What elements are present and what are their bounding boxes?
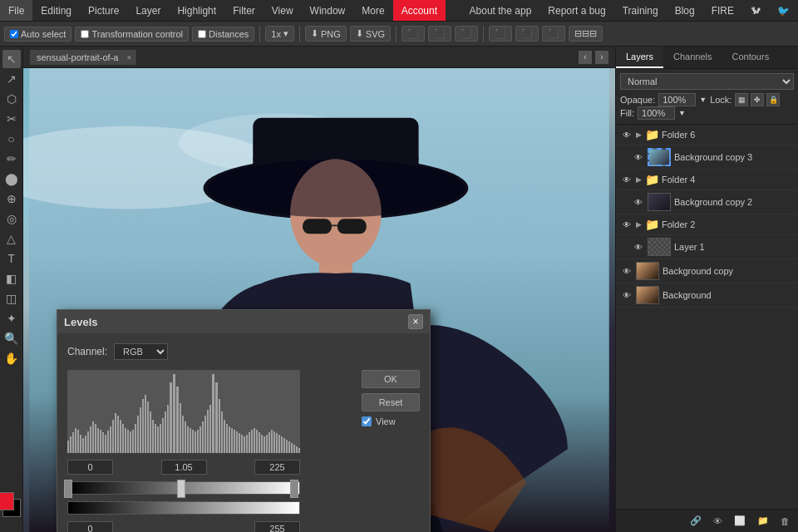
menu-more[interactable]: More	[353, 0, 392, 21]
menu-window[interactable]: Window	[302, 0, 354, 21]
align-btn-6[interactable]: ⬛	[542, 26, 565, 42]
tool-fill[interactable]: ◫	[2, 289, 21, 308]
levels-input-mid[interactable]	[161, 460, 207, 475]
layer-eye-bgcopy[interactable]: 👁	[621, 265, 633, 277]
canvas-tab-close[interactable]: ×	[127, 52, 132, 62]
menu-picture[interactable]: Picture	[80, 0, 127, 21]
tab-contours[interactable]: Contours	[722, 47, 780, 68]
levels-output-max[interactable]	[254, 521, 300, 532]
tool-select2[interactable]: ↗	[2, 70, 21, 88]
align-btn-3[interactable]: ⬛	[455, 26, 478, 42]
distances-checkbox[interactable]	[198, 30, 206, 38]
menu-twitter[interactable]: 🐦	[769, 5, 798, 17]
blend-mode-select[interactable]: Normal Multiply Screen Overlay	[620, 73, 794, 90]
menu-blog[interactable]: Blog	[667, 5, 703, 17]
align-btn-2[interactable]: ⬛	[428, 26, 451, 42]
align-btn-5[interactable]: ⬛	[515, 26, 539, 42]
menu-social[interactable]: 🐿	[742, 5, 769, 17]
layer-eye-folder2[interactable]: 👁	[621, 219, 633, 230]
menu-account[interactable]: Account	[393, 0, 446, 21]
levels-channel-select[interactable]: RGB Red Green Blue	[114, 343, 168, 360]
distances-toggle[interactable]: Distances	[192, 27, 254, 42]
canvas-nav-left[interactable]: ‹	[579, 51, 592, 64]
autoselect-toggle[interactable]: Auto select	[4, 27, 71, 42]
layer-folder-2[interactable]: 👁 ▶ 📁 Folder 2	[616, 214, 798, 235]
fill-arrow[interactable]: ▼	[678, 109, 686, 117]
fg-color-swatch[interactable]	[0, 492, 14, 510]
levels-gradient-slider[interactable]	[67, 481, 300, 495]
levels-reset-button[interactable]: Reset	[362, 393, 420, 411]
panel-new-btn[interactable]: ⬜	[731, 514, 749, 528]
panel-folder-btn[interactable]: 📁	[754, 514, 772, 528]
menu-file[interactable]: File	[0, 0, 32, 21]
levels-titlebar[interactable]: Levels ×	[57, 310, 430, 333]
tool-text[interactable]: T	[2, 249, 21, 268]
export-svg[interactable]: ⬇ SVG	[350, 26, 391, 42]
menu-training[interactable]: Training	[614, 5, 667, 17]
canvas-nav-right[interactable]: ›	[595, 51, 608, 64]
lock-icon-move[interactable]: ✤	[751, 93, 764, 106]
layer-item-bg-copy2[interactable]: 👁 Background copy 2	[616, 190, 798, 214]
layer-eye-layer1[interactable]: 👁	[633, 241, 644, 253]
layer-folder-4[interactable]: 👁 ▶ 📁 Folder 4	[616, 170, 798, 190]
levels-ok-button[interactable]: OK	[362, 370, 420, 388]
opacity-input[interactable]	[658, 93, 696, 106]
align-btn-7[interactable]: ⊟⊟⊟	[569, 26, 603, 42]
levels-view-checkbox[interactable]	[362, 416, 372, 426]
tab-channels[interactable]: Channels	[663, 47, 722, 68]
menu-editing[interactable]: Editing	[32, 0, 80, 21]
panel-link-btn[interactable]: 🔗	[687, 514, 705, 528]
tool-gradient[interactable]: ◧	[2, 269, 21, 288]
tool-select[interactable]: ↖	[2, 50, 21, 68]
menu-about[interactable]: About the app	[461, 5, 540, 17]
tool-lasso[interactable]: ⬡	[2, 90, 21, 108]
levels-output-min[interactable]	[67, 521, 113, 532]
menu-filter[interactable]: Filter	[224, 0, 264, 21]
tool-hand[interactable]: ✋	[2, 349, 21, 367]
layer-eye-bgcopy3[interactable]: 👁	[633, 151, 644, 163]
layer-item-bg-copy3[interactable]: 👁 Background copy 3	[616, 145, 798, 170]
lock-icon-all[interactable]: 🔒	[766, 93, 780, 106]
panel-delete-btn[interactable]: 🗑	[777, 515, 793, 528]
menu-view[interactable]: View	[264, 0, 302, 21]
tool-shape[interactable]: △	[2, 229, 21, 248]
zoom-select[interactable]: 1x▾	[265, 26, 294, 42]
levels-handle-mid[interactable]	[177, 480, 185, 498]
menu-highlight[interactable]: Highlight	[169, 0, 224, 21]
tool-crop[interactable]: ✂	[2, 110, 21, 128]
layer-eye-bg[interactable]: 👁	[621, 289, 633, 301]
align-btn-1[interactable]: ⬛	[401, 26, 425, 42]
tool-pen[interactable]: ✏	[2, 150, 21, 168]
layer-item-layer1[interactable]: 👁 Layer 1	[616, 235, 798, 259]
autoselect-checkbox[interactable]	[10, 30, 18, 38]
align-btn-4[interactable]: ⬛	[489, 26, 512, 42]
fill-input[interactable]	[638, 106, 675, 120]
tab-layers[interactable]: Layers	[616, 47, 663, 68]
levels-handle-left[interactable]	[64, 480, 72, 498]
tool-zoom[interactable]: 🔍	[2, 329, 21, 347]
layer-item-background[interactable]: 👁 Background	[616, 283, 798, 308]
tool-eraser[interactable]: ⬤	[2, 170, 21, 188]
tool-eyedropper[interactable]: ✦	[2, 309, 21, 328]
menu-report-bug[interactable]: Report a bug	[539, 5, 613, 17]
opacity-arrow[interactable]: ▼	[699, 96, 707, 104]
layer-item-bg-copy[interactable]: 👁 Background copy	[616, 259, 798, 283]
layer-eye-bgcopy2[interactable]: 👁	[633, 196, 644, 208]
menu-fire[interactable]: FIRE	[703, 5, 742, 17]
transformation-toggle[interactable]: Transformation control	[75, 27, 189, 42]
levels-input-max[interactable]	[254, 460, 300, 475]
levels-input-min[interactable]	[67, 460, 113, 475]
layer-eye-folder6[interactable]: 👁	[621, 129, 633, 140]
tool-heal[interactable]: ◎	[2, 209, 21, 228]
export-png[interactable]: ⬇ PNG	[305, 26, 347, 42]
levels-handle-right[interactable]	[290, 480, 298, 498]
levels-dialog-close[interactable]: ×	[408, 314, 423, 329]
panel-eye-btn[interactable]: 👁	[710, 515, 726, 528]
canvas-tab-item[interactable]: sensual-portrait-of-a ×	[30, 50, 135, 65]
tool-brush[interactable]: ○	[2, 130, 21, 148]
layer-eye-folder4[interactable]: 👁	[621, 174, 633, 185]
tool-clone[interactable]: ⊕	[2, 190, 21, 208]
layer-folder-6[interactable]: 👁 ▶ 📁 Folder 6	[616, 125, 798, 145]
menu-layer[interactable]: Layer	[127, 0, 169, 21]
transformation-checkbox[interactable]	[81, 30, 89, 38]
